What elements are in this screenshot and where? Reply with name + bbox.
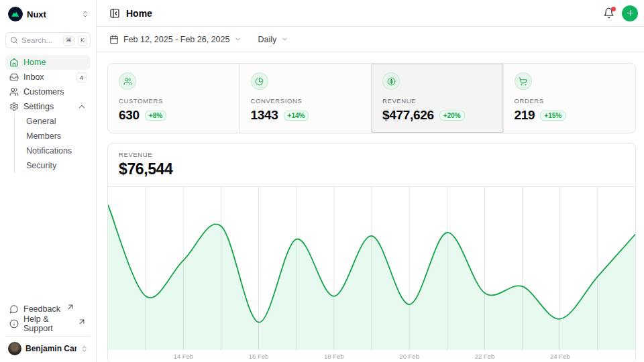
inbox-count-badge: 4: [76, 72, 87, 82]
main-area: Home Feb 12, 2025 - Feb 26, 2025 Daily: [97, 0, 644, 362]
revenue-chart-panel: REVENUE $76,544 14 Feb16 Feb18 Feb20 Feb…: [107, 143, 636, 362]
sidebar-item-settings[interactable]: Settings: [5, 99, 91, 114]
workspace-switcher[interactable]: Nuxt: [5, 5, 91, 23]
info-icon: [9, 319, 19, 328]
users-icon: [123, 77, 132, 86]
chevron-up-icon: [77, 102, 87, 111]
chevron-down-icon: [234, 36, 241, 43]
sidebar-item-label: Settings: [23, 102, 54, 111]
search-placeholder: Search...: [21, 36, 60, 44]
sidebar-item-inbox[interactable]: Inbox 4: [5, 70, 91, 84]
stat-label: CUSTOMERS: [119, 97, 229, 105]
sidebar-item-label: Customers: [23, 87, 64, 97]
kbd-meta: ⌘: [63, 36, 74, 46]
user-name: Benjamin Canac: [25, 344, 76, 353]
chevrons-up-down-icon: [81, 10, 89, 18]
inbox-icon: [9, 72, 19, 82]
chart-label: REVENUE: [119, 151, 625, 158]
user-avatar: [8, 342, 21, 355]
help-support-link[interactable]: Help & Support: [5, 316, 91, 331]
header-actions: [603, 5, 638, 21]
app-window: Nuxt Search... ⌘ K Home Inbox 4 Customer…: [0, 0, 644, 362]
x-axis-tick: 24 Feb: [550, 353, 570, 360]
pie-chart-icon: [255, 77, 264, 86]
date-range-picker[interactable]: Feb 12, 2025 - Feb 26, 2025: [109, 35, 241, 44]
stats-row: CUSTOMERS 630 +8% CONVERSIONS 1343 +14%: [107, 63, 636, 133]
stat-value: 219: [515, 108, 535, 123]
dollar-circle-icon: [387, 77, 396, 86]
stat-label: CONVERSIONS: [251, 97, 361, 105]
panel-collapse-icon: [109, 8, 120, 19]
stat-delta-badge: +20%: [439, 111, 465, 121]
user-menu[interactable]: Benjamin Canac: [5, 336, 91, 357]
stat-delta-badge: +14%: [284, 111, 309, 121]
add-button[interactable]: [622, 5, 638, 21]
stat-value: 630: [119, 108, 140, 123]
sub-item-label: Members: [26, 131, 61, 141]
plus-icon: [626, 9, 635, 17]
sub-item-label: Notifications: [26, 146, 72, 156]
chat-bubble-icon: [9, 304, 19, 314]
stat-card-conversions[interactable]: CONVERSIONS 1343 +14%: [240, 64, 372, 133]
filters-toolbar: Feb 12, 2025 - Feb 26, 2025 Daily: [97, 27, 644, 52]
chart-value: $76,544: [119, 160, 625, 178]
sidebar-item-security[interactable]: Security: [15, 158, 91, 173]
x-axis-tick: 16 Feb: [249, 353, 269, 360]
stat-delta-badge: +8%: [145, 111, 166, 121]
sidebar-item-notifications[interactable]: Notifications: [15, 143, 91, 158]
kbd-k: K: [78, 36, 87, 46]
sidebar-item-general[interactable]: General: [15, 114, 91, 129]
granularity-label: Daily: [258, 35, 276, 44]
chevron-down-icon: [281, 36, 288, 43]
page-header: Home: [97, 0, 644, 27]
date-range-label: Feb 12, 2025 - Feb 26, 2025: [123, 35, 229, 44]
stat-delta-badge: +15%: [540, 111, 566, 121]
page-title: Home: [126, 8, 152, 19]
x-axis-tick: 14 Feb: [173, 353, 193, 360]
settings-submenu: General Members Notifications Security: [14, 114, 91, 173]
notification-dot: [611, 7, 616, 11]
x-axis-labels: 14 Feb16 Feb18 Feb20 Feb22 Feb24 Feb: [108, 350, 635, 362]
revenue-area-chart[interactable]: [108, 187, 635, 350]
footer-item-label: Help & Support: [23, 314, 72, 333]
collapse-sidebar-button[interactable]: [109, 8, 120, 19]
x-axis-tick: 20 Feb: [399, 353, 419, 360]
workspace-name: Nuxt: [27, 9, 77, 19]
dashboard-content: CUSTOMERS 630 +8% CONVERSIONS 1343 +14%: [97, 52, 644, 362]
stat-card-revenue[interactable]: REVENUE $477,626 +20%: [372, 64, 504, 133]
sidebar-item-home[interactable]: Home: [5, 55, 91, 70]
stat-value: $477,626: [382, 108, 434, 123]
stat-value: 1343: [251, 108, 278, 123]
nuxt-logo: [8, 7, 23, 21]
stat-label: REVENUE: [382, 97, 492, 105]
search-icon: [10, 36, 18, 44]
sidebar-item-members[interactable]: Members: [15, 129, 91, 143]
users-icon: [9, 87, 19, 97]
stat-label: ORDERS: [515, 97, 625, 105]
x-axis-tick: 22 Feb: [475, 353, 495, 360]
sidebar: Nuxt Search... ⌘ K Home Inbox 4 Customer…: [0, 0, 97, 362]
sidebar-footer: Feedback Help & Support Benjamin Canac: [5, 302, 91, 357]
x-axis-tick: 18 Feb: [324, 353, 344, 360]
granularity-select[interactable]: Daily: [258, 35, 288, 44]
calendar-icon: [109, 35, 119, 44]
footer-item-label: Feedback: [23, 304, 60, 314]
sidebar-item-label: Inbox: [23, 72, 44, 82]
stat-card-customers[interactable]: CUSTOMERS 630 +8%: [108, 64, 240, 133]
sub-item-label: Security: [26, 161, 56, 170]
notifications-button[interactable]: [603, 7, 614, 19]
chart-header: REVENUE $76,544: [108, 143, 635, 187]
external-link-icon: [66, 302, 75, 312]
cart-icon: [519, 77, 527, 86]
external-link-icon: [77, 317, 87, 326]
sidebar-item-label: Home: [23, 58, 46, 67]
stat-card-orders[interactable]: ORDERS 219 +15%: [504, 64, 636, 133]
search-input[interactable]: Search... ⌘ K: [5, 32, 91, 48]
sub-item-label: General: [26, 117, 56, 126]
chevrons-up-down-icon: [80, 345, 88, 353]
home-icon: [9, 58, 19, 67]
sidebar-nav: Home Inbox 4 Customers Settings General …: [5, 55, 91, 302]
sidebar-item-customers[interactable]: Customers: [5, 84, 91, 99]
gear-icon: [9, 102, 19, 111]
